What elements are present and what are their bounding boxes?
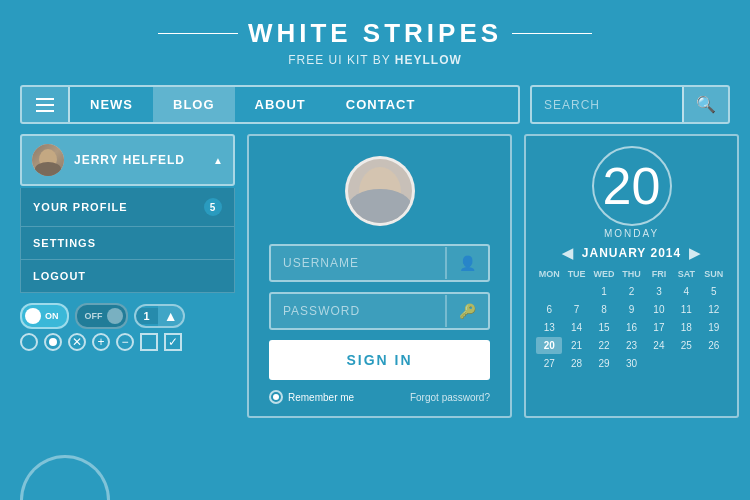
calendar-prev-button[interactable]: ◀ xyxy=(562,245,574,261)
navigation-bar: NEWS BLOG ABOUT CONTACT 🔍 xyxy=(20,85,730,124)
calendar-day[interactable]: 14 xyxy=(563,319,589,336)
radio-group: ✕ + − ✓ xyxy=(20,333,235,351)
calendar-day[interactable]: 19 xyxy=(701,319,727,336)
search-input[interactable] xyxy=(532,90,682,120)
stepper-value: 1 xyxy=(136,308,158,324)
calendar-day[interactable]: 23 xyxy=(618,337,644,354)
toggle-on-label: ON xyxy=(45,311,59,321)
calendar-day[interactable]: 7 xyxy=(563,301,589,318)
calendar-day[interactable]: 11 xyxy=(673,301,699,318)
calendar-day xyxy=(673,355,699,372)
calendar-body: 1234567891011121314151617181920212223242… xyxy=(536,283,727,372)
x-icon[interactable]: ✕ xyxy=(68,333,86,351)
calendar-day[interactable]: 29 xyxy=(591,355,617,372)
logout-menu-item[interactable]: LOGOUT xyxy=(20,260,235,293)
minus-icon[interactable]: − xyxy=(116,333,134,351)
calendar-day[interactable]: 30 xyxy=(618,355,644,372)
user-icon: 👤 xyxy=(445,247,488,279)
nav-item-contact[interactable]: CONTACT xyxy=(326,87,436,122)
left-panel: JERRY HELFELD ▲ YOUR PROFILE 5 SETTINGS … xyxy=(20,134,235,418)
toggle-knob-on xyxy=(25,308,41,324)
settings-label: SETTINGS xyxy=(33,237,96,249)
hamburger-button[interactable] xyxy=(22,87,70,122)
calendar-day[interactable]: 13 xyxy=(536,319,562,336)
calendar-day[interactable]: 2 xyxy=(618,283,644,300)
hamburger-line-1 xyxy=(36,98,54,100)
user-header[interactable]: JERRY HELFELD ▲ xyxy=(20,134,235,186)
calendar-day xyxy=(563,283,589,300)
calendar-day[interactable]: 21 xyxy=(563,337,589,354)
settings-menu-item[interactable]: SETTINGS xyxy=(20,227,235,260)
stepper: 1 ▲ xyxy=(134,304,186,328)
calendar-day[interactable]: 28 xyxy=(563,355,589,372)
login-panel: 👤 🔑 SIGN IN Remember me Forgot password? xyxy=(247,134,512,418)
calendar-day[interactable]: 25 xyxy=(673,337,699,354)
controls-area: ON OFF 1 ▲ xyxy=(20,303,235,329)
cal-header-sat: SAT xyxy=(673,267,699,281)
search-icon: 🔍 xyxy=(696,95,716,114)
header-subtitle: FREE UI KIT BY HEYLLOW xyxy=(0,53,750,67)
username-input[interactable] xyxy=(271,246,445,280)
calendar-day[interactable]: 20 xyxy=(536,337,562,354)
toggle-on[interactable]: ON xyxy=(20,303,69,329)
cal-header-thu: THU xyxy=(618,267,644,281)
calendar-day[interactable]: 5 xyxy=(701,283,727,300)
plus-icon[interactable]: + xyxy=(92,333,110,351)
calendar-day[interactable]: 17 xyxy=(646,319,672,336)
password-input[interactable] xyxy=(271,294,445,328)
login-avatar xyxy=(345,156,415,226)
remember-radio[interactable] xyxy=(269,390,283,404)
calendar-day[interactable]: 24 xyxy=(646,337,672,354)
calendar-next-button[interactable]: ▶ xyxy=(689,245,701,261)
calendar-day[interactable]: 3 xyxy=(646,283,672,300)
cal-header-tue: TUE xyxy=(563,267,589,281)
calendar-day[interactable]: 16 xyxy=(618,319,644,336)
cal-header-mon: MON xyxy=(536,267,562,281)
avatar-body xyxy=(35,162,61,176)
title-line-left xyxy=(158,33,238,34)
user-name: JERRY HELFELD xyxy=(74,153,207,167)
sign-in-button[interactable]: SIGN IN xyxy=(269,340,490,380)
page-header: WHITE STRIPES FREE UI KIT BY HEYLLOW xyxy=(0,0,750,75)
nav-item-blog[interactable]: BLOG xyxy=(153,87,235,122)
calendar-day[interactable]: 22 xyxy=(591,337,617,354)
toggle-off[interactable]: OFF xyxy=(75,303,128,329)
forgot-password-link[interactable]: Forgot password? xyxy=(410,392,490,403)
cal-header-fri: FRI xyxy=(646,267,672,281)
calendar-day[interactable]: 1 xyxy=(591,283,617,300)
radio-inner xyxy=(49,338,57,346)
cal-header-sun: SUN xyxy=(701,267,727,281)
hamburger-line-3 xyxy=(36,110,54,112)
calendar-day[interactable]: 10 xyxy=(646,301,672,318)
radio-filled-1[interactable] xyxy=(44,333,62,351)
profile-menu-item[interactable]: YOUR PROFILE 5 xyxy=(20,188,235,227)
search-button[interactable]: 🔍 xyxy=(682,87,728,122)
title-line-right xyxy=(512,33,592,34)
stepper-up[interactable]: ▲ xyxy=(158,306,184,326)
calendar-day[interactable]: 8 xyxy=(591,301,617,318)
calendar-day[interactable]: 27 xyxy=(536,355,562,372)
search-bar: 🔍 xyxy=(530,85,730,124)
calendar-day xyxy=(646,355,672,372)
calendar-day[interactable]: 15 xyxy=(591,319,617,336)
nav-item-about[interactable]: ABOUT xyxy=(235,87,326,122)
calendar-day[interactable]: 26 xyxy=(701,337,727,354)
calendar-day[interactable]: 4 xyxy=(673,283,699,300)
hamburger-line-2 xyxy=(36,104,54,106)
cal-header-wed: WED xyxy=(591,267,617,281)
password-field: 🔑 xyxy=(269,292,490,330)
calendar-panel: 20 MONDAY ◀ JANUARY 2014 ▶ MON TUE WED T… xyxy=(524,134,739,418)
calendar-day[interactable]: 18 xyxy=(673,319,699,336)
calendar-day[interactable]: 12 xyxy=(701,301,727,318)
brand-name: HEYLLOW xyxy=(395,53,462,67)
login-avatar-body xyxy=(348,189,412,225)
calendar-day[interactable]: 6 xyxy=(536,301,562,318)
nav-item-news[interactable]: NEWS xyxy=(70,87,153,122)
checkbox-unchecked[interactable] xyxy=(140,333,158,351)
calendar-headers: MON TUE WED THU FRI SAT SUN xyxy=(536,267,727,281)
calendar-day[interactable]: 9 xyxy=(618,301,644,318)
toggle-knob-off xyxy=(107,308,123,324)
checkbox-checked[interactable]: ✓ xyxy=(164,333,182,351)
radio-empty-1[interactable] xyxy=(20,333,38,351)
title-text: WHITE STRIPES xyxy=(248,18,502,49)
